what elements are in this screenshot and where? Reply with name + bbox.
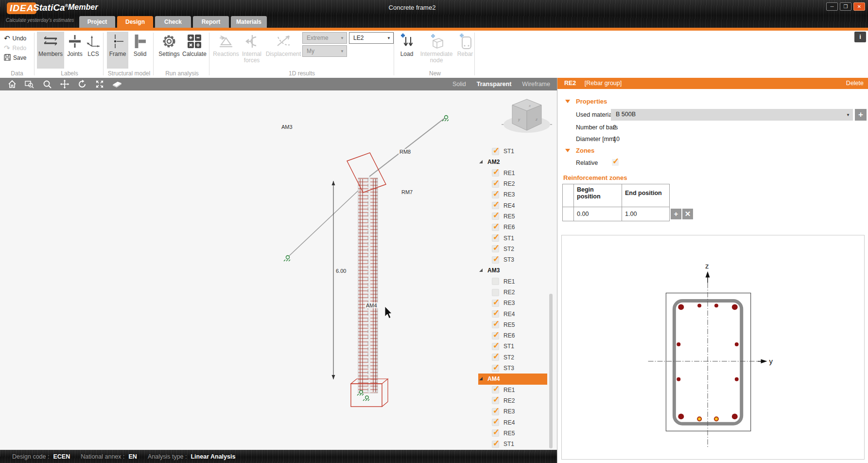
label-am4[interactable]: AM4 bbox=[365, 303, 378, 308]
tab-materials[interactable]: Materials bbox=[231, 16, 267, 28]
tree-item-st2[interactable]: ST2 bbox=[478, 352, 551, 363]
load-button[interactable]: Load bbox=[397, 32, 417, 69]
tree-item-re6[interactable]: RE6 bbox=[478, 330, 551, 341]
visibility-checkbox[interactable] bbox=[492, 278, 499, 285]
tree-item-re1[interactable]: RE1 bbox=[478, 276, 551, 287]
settings-button[interactable]: Settings bbox=[157, 32, 181, 69]
tree-item-re3[interactable]: RE3 bbox=[478, 298, 551, 308]
visibility-checkbox[interactable] bbox=[492, 180, 499, 188]
delete-zone-button[interactable]: ✕ bbox=[682, 209, 693, 219]
member-line-rm7[interactable] bbox=[289, 191, 358, 256]
tree-item-re3[interactable]: RE3 bbox=[478, 406, 551, 417]
visibility-checkbox[interactable] bbox=[492, 256, 499, 264]
visibility-checkbox[interactable] bbox=[492, 386, 499, 393]
visibility-checkbox[interactable] bbox=[492, 202, 499, 209]
add-zone-button[interactable]: + bbox=[671, 209, 681, 219]
zoom-icon[interactable] bbox=[42, 79, 52, 89]
tree-scrollbar[interactable] bbox=[549, 294, 553, 448]
rebar-dot[interactable] bbox=[677, 377, 680, 381]
save-button[interactable]: Save bbox=[1, 53, 33, 63]
rebar-dot[interactable] bbox=[714, 303, 718, 307]
tree-item-st1[interactable]: ST1 bbox=[478, 146, 551, 157]
tab-design[interactable]: Design bbox=[117, 16, 153, 28]
visibility-checkbox[interactable] bbox=[492, 234, 499, 242]
visibility-checkbox[interactable] bbox=[492, 191, 499, 198]
tab-project[interactable]: Project bbox=[79, 16, 115, 28]
tree-group-am4[interactable]: AM4 bbox=[478, 374, 547, 384]
tree-item-st2[interactable]: ST2 bbox=[478, 244, 551, 254]
column-am4[interactable] bbox=[358, 178, 378, 393]
visibility-checkbox[interactable] bbox=[492, 408, 499, 415]
collapse-zones-icon[interactable] bbox=[565, 149, 570, 152]
visibility-checkbox[interactable] bbox=[492, 245, 499, 252]
visibility-checkbox[interactable] bbox=[492, 213, 499, 220]
mode-wireframe[interactable]: Wireframe bbox=[522, 81, 550, 88]
tree-item-re5[interactable]: RE5 bbox=[478, 211, 551, 222]
pan-icon[interactable] bbox=[59, 79, 70, 89]
mode-solid[interactable]: Solid bbox=[452, 81, 466, 88]
label-rm7[interactable]: RM7 bbox=[400, 189, 414, 195]
tab-report[interactable]: Report bbox=[193, 16, 229, 28]
visibility-checkbox[interactable] bbox=[492, 429, 499, 437]
add-material-button[interactable]: + bbox=[855, 109, 867, 121]
expander-icon[interactable] bbox=[479, 268, 483, 272]
visibility-checkbox[interactable] bbox=[492, 148, 499, 155]
visibility-checkbox[interactable] bbox=[492, 365, 499, 372]
collapse-properties-icon[interactable] bbox=[565, 100, 570, 103]
rebar-dot[interactable] bbox=[735, 377, 739, 381]
expander-icon[interactable] bbox=[479, 377, 483, 380]
visibility-checkbox[interactable] bbox=[492, 169, 499, 177]
tree-item-st3[interactable]: ST3 bbox=[478, 363, 551, 374]
visibility-checkbox[interactable] bbox=[492, 354, 499, 361]
fit-view-icon[interactable] bbox=[94, 79, 105, 89]
used-materials-dropdown[interactable]: B 500B bbox=[611, 109, 853, 121]
solid-button[interactable]: Solid bbox=[130, 32, 150, 69]
tree-item-re4[interactable]: RE4 bbox=[478, 308, 551, 319]
rebar-dot-selected[interactable] bbox=[714, 417, 718, 421]
frame-button[interactable]: Frame bbox=[107, 32, 128, 69]
visibility-checkbox[interactable] bbox=[492, 300, 499, 307]
minimize-button[interactable]: ─ bbox=[826, 2, 838, 11]
tree-item-re4[interactable]: RE4 bbox=[478, 200, 551, 211]
undo-button[interactable]: ↶ Undo bbox=[1, 34, 33, 43]
mode-transparent[interactable]: Transparent bbox=[477, 81, 512, 88]
tree-item-re1[interactable]: RE1 bbox=[478, 168, 551, 178]
tree-item-st3[interactable]: ST3 bbox=[478, 254, 551, 265]
tree-item-st1[interactable]: ST1 bbox=[478, 439, 551, 449]
tab-check[interactable]: Check bbox=[155, 16, 191, 28]
visibility-checkbox[interactable] bbox=[492, 332, 499, 339]
lcs-button[interactable]: LCS bbox=[85, 32, 102, 69]
load-case-dropdown[interactable]: LE2 bbox=[349, 32, 394, 44]
visibility-checkbox[interactable] bbox=[492, 397, 499, 404]
members-button[interactable]: Members bbox=[37, 32, 64, 69]
tree-item-st1[interactable]: ST1 bbox=[478, 341, 551, 352]
clip-plane-icon[interactable] bbox=[112, 79, 122, 89]
home-view-icon[interactable] bbox=[7, 79, 17, 89]
rebar-dot[interactable] bbox=[732, 304, 738, 310]
rebar-dot-selected[interactable] bbox=[697, 417, 701, 421]
calculate-button[interactable]: Calculate bbox=[181, 32, 208, 69]
visibility-checkbox[interactable] bbox=[492, 321, 499, 328]
table-row[interactable]: 0.00 1.00 +✕ bbox=[563, 207, 695, 221]
rotate-icon[interactable] bbox=[77, 79, 87, 89]
label-am3[interactable]: AM3 bbox=[280, 124, 294, 130]
model-viewport[interactable]: y z x AM3 RM8 RM7 AM4 6.00 ST1AM2RE1RE2R… bbox=[0, 90, 557, 450]
tree-item-re1[interactable]: RE1 bbox=[478, 385, 551, 395]
tree-item-re5[interactable]: RE5 bbox=[478, 428, 551, 439]
member-line-rm8[interactable] bbox=[369, 118, 445, 177]
visibility-checkbox[interactable] bbox=[492, 441, 499, 448]
visibility-checkbox[interactable] bbox=[492, 224, 499, 231]
rebar-dot[interactable] bbox=[677, 342, 680, 346]
visibility-checkbox[interactable] bbox=[492, 419, 499, 426]
begin-position-cell[interactable]: 0.00 bbox=[574, 207, 622, 221]
visibility-checkbox[interactable] bbox=[492, 343, 499, 350]
close-button[interactable]: ✕ bbox=[853, 2, 865, 11]
visibility-checkbox[interactable] bbox=[492, 289, 499, 296]
tree-item-re4[interactable]: RE4 bbox=[478, 417, 551, 427]
joints-button[interactable]: Joints bbox=[65, 32, 85, 69]
tree-item-re2[interactable]: RE2 bbox=[478, 395, 551, 406]
label-rm8[interactable]: RM8 bbox=[399, 149, 412, 155]
visibility-checkbox[interactable] bbox=[492, 310, 499, 318]
info-button[interactable]: i bbox=[854, 32, 866, 42]
tree-item-re3[interactable]: RE3 bbox=[478, 189, 551, 200]
